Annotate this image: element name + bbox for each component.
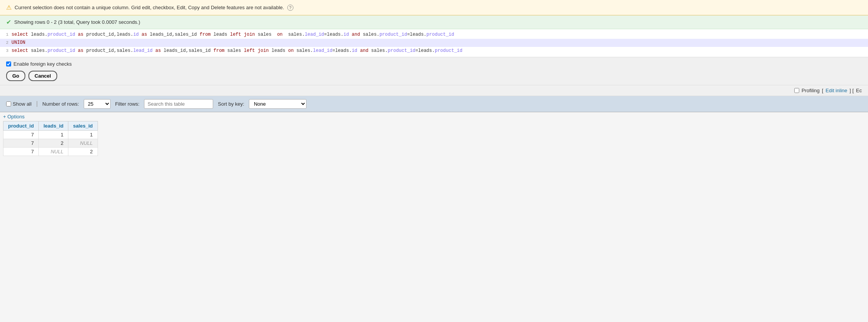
sort-select[interactable]: None xyxy=(249,99,306,109)
warning-banner: ⚠ Current selection does not contain a u… xyxy=(0,0,868,15)
profiling-bracket-open: [ xyxy=(822,88,823,93)
profiling-row: Profiling [ Edit inline ] [ Ec xyxy=(0,85,868,96)
fk-checkbox[interactable] xyxy=(6,61,11,66)
results-container: product_id leads_id sales_id 71172NULL7N… xyxy=(0,121,868,156)
profiling-label: Profiling xyxy=(802,88,820,93)
results-table: product_id leads_id sales_id 71172NULL7N… xyxy=(3,121,98,156)
success-text: Showing rows 0 - 2 (3 total, Query took … xyxy=(14,19,140,25)
table-cell: 7 xyxy=(3,139,39,147)
filter-label: Filter rows: xyxy=(115,101,140,107)
edit-inline-link[interactable]: Edit inline xyxy=(826,88,847,93)
fk-row: Enable foreign key checks xyxy=(6,61,862,67)
sql-editor[interactable]: 1 select leads.product_id as product_id,… xyxy=(0,29,868,57)
rows-label: Number of rows: xyxy=(42,101,79,107)
profiling-separator: ] [ xyxy=(850,88,854,93)
profiling-checkbox[interactable] xyxy=(794,88,799,93)
table-cell: 1 xyxy=(39,130,68,139)
rows-select[interactable]: 25 50 100 250 500 xyxy=(84,99,111,109)
options-row: + Options xyxy=(0,112,868,121)
table-cell: NULL xyxy=(39,147,68,156)
table-cell: NULL xyxy=(68,139,98,147)
col-sales-id[interactable]: sales_id xyxy=(68,121,98,130)
cancel-button[interactable]: Cancel xyxy=(28,71,57,81)
col-leads-id[interactable]: leads_id xyxy=(39,121,68,130)
col-product-id[interactable]: product_id xyxy=(3,121,39,130)
table-row: 711 xyxy=(3,130,98,139)
warning-text: Current selection does not contain a uni… xyxy=(15,5,284,10)
table-controls: Show all | Number of rows: 25 50 100 250… xyxy=(0,96,868,112)
table-cell: 7 xyxy=(3,147,39,156)
help-icon[interactable]: ? xyxy=(287,5,293,11)
table-cell: 2 xyxy=(68,147,98,156)
table-cell: 1 xyxy=(68,130,98,139)
options-link[interactable]: + Options xyxy=(3,114,25,120)
show-all-label[interactable]: Show all xyxy=(6,101,31,107)
filter-input[interactable] xyxy=(144,99,213,109)
profiling-ec: Ec xyxy=(856,88,862,93)
show-all-checkbox[interactable] xyxy=(6,101,11,106)
table-row: 7NULL2 xyxy=(3,147,98,156)
sql-text-1: select leads.product_id as product_id,le… xyxy=(12,31,868,38)
sql-text-3: select sales.product_id as product_id,sa… xyxy=(12,47,868,55)
divider: | xyxy=(36,100,38,107)
success-icon: ✔ xyxy=(6,18,11,26)
controls-area: Enable foreign key checks Go Cancel xyxy=(0,57,868,85)
line-num-3: 3 xyxy=(0,48,12,55)
btn-row: Go Cancel xyxy=(6,71,862,81)
sql-line-2: 2 UNION xyxy=(0,39,868,47)
table-cell: 2 xyxy=(39,139,68,147)
sort-label: Sort by key: xyxy=(218,101,244,107)
line-num-2: 2 xyxy=(0,40,12,46)
sql-text-2: UNION xyxy=(12,39,868,46)
go-button[interactable]: Go xyxy=(6,71,25,81)
table-header-row: product_id leads_id sales_id xyxy=(3,121,98,130)
success-banner: ✔ Showing rows 0 - 2 (3 total, Query too… xyxy=(0,15,868,29)
sql-line-1: 1 select leads.product_id as product_id,… xyxy=(0,31,868,39)
sql-line-3: 3 select sales.product_id as product_id,… xyxy=(0,47,868,55)
fk-label[interactable]: Enable foreign key checks xyxy=(13,61,72,67)
table-cell: 7 xyxy=(3,130,39,139)
table-row: 72NULL xyxy=(3,139,98,147)
line-num-1: 1 xyxy=(0,32,12,38)
warning-icon: ⚠ xyxy=(6,4,12,11)
